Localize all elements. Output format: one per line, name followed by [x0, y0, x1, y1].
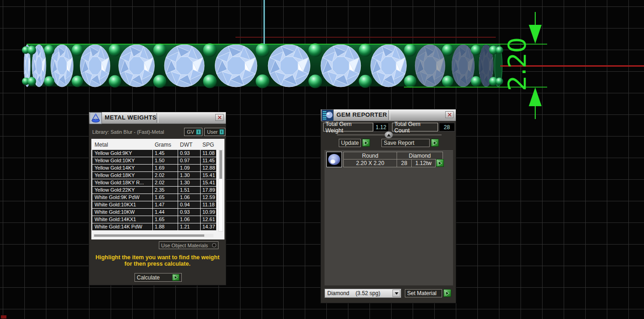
col-spg: SPG: [202, 142, 214, 148]
update-button[interactable]: Update: [339, 139, 361, 147]
cell-dwt: 1.51: [180, 187, 200, 193]
calculate-button[interactable]: Calculate: [134, 273, 182, 282]
gem-thumbnail[interactable]: [326, 152, 342, 167]
total-gem-count-value: 28: [439, 123, 455, 131]
titlebar-divider: [388, 110, 390, 120]
cell-spg: 10.99: [202, 209, 216, 215]
dialog-title: METAL WEIGHTS: [105, 114, 157, 121]
dropdown-arrow-icon[interactable]: [392, 290, 400, 297]
cell-spg: 12.61: [202, 216, 216, 222]
close-icon[interactable]: [445, 111, 454, 118]
go-arrow-icon[interactable]: [362, 139, 370, 147]
use-object-materials-button[interactable]: Use Object Materials: [159, 241, 218, 249]
metal-weights-titlebar[interactable]: METAL WEIGHTS: [89, 112, 226, 124]
dialog-title: GEM REPORTER: [336, 111, 387, 118]
cell-spg: 14.37: [202, 224, 216, 229]
cell-grams: 2.35: [155, 187, 178, 193]
cell-grams: 2.02: [155, 180, 178, 185]
gem-count-cell[interactable]: 28: [397, 159, 412, 167]
cell-spg: 12.88: [202, 165, 216, 171]
dimension-label: 2.20: [505, 28, 531, 101]
total-gem-count-label: Total Gem Count: [392, 123, 438, 131]
cell-metal: White Gold:10KW: [95, 209, 152, 215]
go-arrow-icon[interactable]: [436, 159, 444, 167]
cell-grams: 1.44: [155, 209, 178, 215]
cell-dwt: 0.94: [180, 202, 200, 207]
metal-weights-row[interactable]: White Gold:14K PdW1.881.2114.37: [92, 223, 216, 230]
go-arrow-icon[interactable]: [172, 274, 179, 281]
cell-grams: 1.69: [155, 165, 178, 171]
cell-dwt: 0.97: [180, 158, 200, 163]
vertical-scrollbar[interactable]: [218, 150, 223, 232]
metal-weights-row[interactable]: Yellow Gold:22KY2.351.5117.89: [92, 187, 216, 194]
metal-weights-row[interactable]: White Gold:10KW1.440.9310.99: [92, 209, 216, 216]
cell-metal: Yellow Gold:18KY: [95, 172, 152, 178]
scrollbar-thumb[interactable]: [94, 234, 204, 237]
metal-weights-row[interactable]: Yellow Gold:10KY1.500.9711.45: [92, 157, 216, 164]
go-arrow-icon[interactable]: [443, 289, 451, 297]
chevron-up-icon: [387, 134, 391, 137]
material-dropdown[interactable]: Diamond (3.52 spg): [325, 289, 401, 298]
collapse-button[interactable]: [385, 131, 393, 138]
cell-grams: 1.47: [155, 202, 178, 207]
gem-reporter-dialog: GEM REPORTER Total Gem Weight 1.12 Total…: [320, 109, 456, 303]
metal-weights-row[interactable]: White Gold:9K PdW1.651.0612.59: [92, 194, 216, 201]
cell-dwt: 1.06: [180, 194, 200, 200]
cell-metal: Yellow Gold:9KY: [95, 150, 152, 156]
gem-reporter-icon: [321, 109, 334, 121]
cell-spg: 17.89: [202, 187, 216, 193]
gem-weight-cell[interactable]: 1.12tw: [411, 159, 436, 167]
cell-metal: White Gold:14KX1: [95, 216, 152, 222]
cell-metal: White Gold:10KX1: [95, 202, 152, 207]
metal-table: Metal Grams DWT SPG Yellow Gold:9KY1.450…: [91, 139, 224, 239]
cell-grams: 1.45: [155, 150, 178, 156]
user-toggle[interactable]: User I: [204, 128, 225, 136]
cell-spg: 15.41: [202, 180, 216, 185]
cell-grams: 2.02: [155, 172, 178, 178]
gem-type-header[interactable]: Diamond: [397, 152, 443, 160]
gem-size-cell[interactable]: 2.20 X 2.20: [343, 159, 397, 167]
gv-toggle[interactable]: GV I: [184, 128, 202, 136]
titlebar-divider: [157, 113, 158, 123]
set-material-button[interactable]: Set Material: [405, 289, 442, 297]
cell-spg: 11.45: [202, 158, 216, 163]
cell-metal: White Gold:9K PdW: [95, 194, 152, 200]
metal-weights-row[interactable]: Yellow Gold:18KY2.021.3015.41: [92, 172, 216, 179]
metal-weights-row[interactable]: White Gold:14KX11.651.0612.61: [92, 216, 216, 223]
cad-viewport[interactable]: 2.20 METAL WEIGHTS Library: Satin Blur -…: [0, 0, 644, 319]
cell-metal: Yellow Gold:10KY: [95, 158, 152, 163]
cell-dwt: 1.30: [180, 172, 200, 178]
col-grams: Grams: [155, 142, 171, 148]
cell-grams: 1.65: [155, 216, 178, 222]
horizontal-scrollbar[interactable]: [93, 234, 213, 237]
cell-dwt: 1.06: [180, 216, 200, 222]
cell-spg: 11.18: [202, 202, 216, 207]
scrollbar-thumb[interactable]: [219, 150, 222, 179]
col-dwt: DWT: [180, 142, 192, 148]
cell-dwt: 0.93: [180, 209, 200, 215]
cell-spg: 11.08: [202, 150, 216, 156]
cell-metal: Yellow Gold:22KY: [95, 187, 152, 193]
cell-metal: Yellow Gold:14KY: [95, 165, 152, 171]
cell-spg: 15.41: [202, 172, 216, 178]
cell-grams: 1.88: [155, 224, 178, 229]
cell-metal: Yellow Gold:18KY R...: [95, 180, 152, 185]
metal-weights-row[interactable]: White Gold:10KX11.470.9411.18: [92, 201, 216, 208]
metal-weights-row[interactable]: Yellow Gold:9KY1.450.9311.08: [92, 150, 216, 157]
metal-weights-row[interactable]: Yellow Gold:14KY1.691.0912.88: [92, 165, 216, 171]
go-arrow-icon[interactable]: [431, 139, 439, 147]
radio-icon: [212, 243, 216, 247]
cell-dwt: 0.93: [180, 150, 200, 156]
cell-grams: 1.50: [155, 158, 178, 163]
gem-list-panel: Round Diamond 2.20 X 2.20 28 1.12tw: [325, 149, 453, 285]
gem-shape-header[interactable]: Round: [343, 152, 397, 160]
axis-gnomon-icon: [1, 315, 6, 319]
total-gem-weight-label: Total Gem Weight: [323, 123, 373, 131]
total-gem-weight-value: 1.12: [373, 123, 389, 131]
col-metal: Metal: [95, 142, 108, 148]
save-report-button[interactable]: Save Report: [381, 139, 430, 147]
cell-spg: 12.59: [202, 194, 216, 200]
close-icon[interactable]: [215, 114, 224, 121]
metal-weights-row[interactable]: Yellow Gold:18KY R...2.021.3015.41: [92, 179, 216, 186]
gem-reporter-titlebar[interactable]: GEM REPORTER: [321, 109, 456, 121]
